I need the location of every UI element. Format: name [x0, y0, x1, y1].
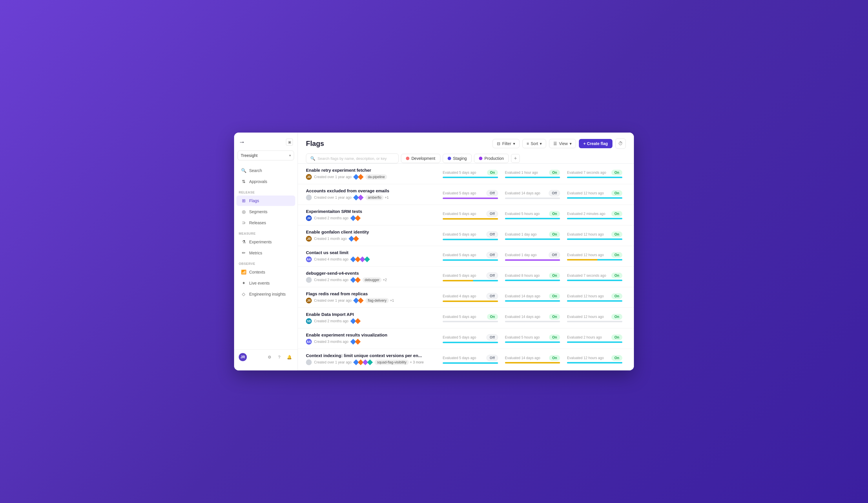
flag-created: Created over 1 year ago — [314, 299, 351, 303]
flag-tag: debugger — [362, 277, 382, 283]
flag-row[interactable]: debugger-send-v4-events Created 2 months… — [298, 266, 634, 287]
env-column: Evaluated 12 hours ago On — [564, 252, 626, 261]
status-badge: On — [487, 170, 498, 175]
flag-row[interactable]: Flags redis read from replicas JR Create… — [298, 287, 634, 308]
flag-row[interactable]: Enable experiment results visualization … — [298, 328, 634, 349]
env-column: Evaluated 14 days ago On — [502, 293, 564, 302]
flag-row[interactable]: Context indexing: limit unique context v… — [298, 349, 634, 370]
flag-row[interactable]: Enable retry experiment fetcher JR Creat… — [298, 164, 634, 184]
sort-button[interactable]: ≡ Sort ▾ — [523, 139, 546, 148]
eval-time: Evaluated 12 hours ago — [567, 253, 609, 257]
env-column: Evaluated 1 hour ago On — [502, 170, 564, 178]
collapse-sidebar-button[interactable]: ▣ — [286, 139, 293, 145]
env-bar — [505, 321, 560, 322]
view-button[interactable]: ☰ View ▾ — [549, 139, 576, 148]
eval-time: Evaluated 14 days ago — [505, 315, 547, 319]
environment-tab-production[interactable]: Production — [474, 154, 509, 163]
flag-name: Context indexing: limit unique context v… — [306, 353, 439, 358]
status-badge: On — [549, 314, 560, 320]
eval-time: Evaluated 1 day ago — [505, 253, 546, 257]
experiments-icon: ⚗ — [241, 239, 246, 244]
env-bar — [567, 300, 622, 302]
sidebar-item-flags[interactable]: ⊞ Flags — [236, 195, 295, 206]
flag-row[interactable]: Experimentaiton SRM tests JR Created 2 m… — [298, 205, 634, 225]
search-input[interactable]: 🔍 Search flags by name, description, or … — [306, 153, 399, 163]
engineering-insights-icon: ◇ — [241, 292, 246, 297]
status-badge: On — [611, 190, 622, 196]
sidebar-item-label: Contexts — [249, 270, 265, 274]
create-flag-button[interactable]: + Create flag — [579, 139, 612, 148]
view-chevron-icon: ▾ — [570, 141, 572, 146]
search-icon: 🔍 — [241, 168, 246, 173]
environment-tab-staging[interactable]: Staging — [443, 154, 472, 163]
flag-avatar: JR — [306, 174, 312, 180]
env-column: Evaluated 12 hours ago On — [564, 231, 626, 240]
sidebar-item-metrics[interactable]: ✏ Metrics — [236, 248, 295, 258]
filter-icon: ⊟ — [497, 141, 500, 146]
env-bar — [505, 341, 560, 343]
flag-row[interactable]: Enable Data Import API SB Created 2 mont… — [298, 308, 634, 328]
env-bar — [443, 177, 498, 178]
flag-meta: Created over 1 year ago squad-flag-visib… — [306, 360, 439, 365]
help-icon[interactable]: ? — [276, 353, 283, 361]
metrics-icon: ✏ — [241, 250, 246, 255]
sidebar-item-experiments[interactable]: ⚗ Experiments — [236, 237, 295, 247]
env-column: Evaluated 5 hours ago On — [502, 211, 564, 219]
notification-icon[interactable]: 🔔 — [286, 353, 293, 361]
sidebar-item-live-events[interactable]: ✦ Live events — [236, 278, 295, 288]
eval-time: Evaluated 5 days ago — [443, 171, 485, 175]
sidebar-item-label: Segments — [249, 209, 267, 214]
sidebar-item-releases[interactable]: ⊃ Releases — [236, 218, 295, 228]
observe-section-label: Observe — [234, 259, 298, 266]
flag-row[interactable]: Enable gonfalon client identity JR Creat… — [298, 225, 634, 246]
flag-created: Created over 1 year ago — [314, 360, 351, 364]
env-column: Evaluated 2 hours ago On — [564, 334, 626, 343]
status-badge: On — [611, 170, 622, 175]
filter-button[interactable]: ⊟ Filter ▾ — [493, 139, 519, 148]
sidebar-item-segments[interactable]: ◎ Segments — [236, 207, 295, 217]
sidebar: → ▣ Treesight ▾ 🔍 Search ⇅ Approvals Rel… — [234, 133, 298, 370]
env-tab-label: Development — [411, 156, 435, 161]
flag-info: Enable gonfalon client identity JR Creat… — [306, 230, 439, 242]
env-bar — [567, 218, 622, 219]
sidebar-item-search[interactable]: 🔍 Search — [236, 165, 295, 176]
eval-time: Evaluated 5 hours ago — [505, 212, 547, 216]
env-columns: Evaluated 5 days ago Off Evaluated 14 da… — [439, 190, 626, 199]
tag-count: + 3 more — [410, 360, 424, 364]
sidebar-item-engineering-insights[interactable]: ◇ Engineering insights — [236, 289, 295, 299]
env-column: Evaluated 5 days ago On — [439, 314, 502, 322]
env-bar — [443, 362, 498, 364]
flag-row[interactable]: Contact us seat limit AA Created 4 month… — [298, 246, 634, 266]
flag-info: Accounts excluded from overage emails Cr… — [306, 188, 439, 200]
eval-time: Evaluated 7 seconds ago — [567, 273, 609, 278]
header-top: Flags ⊟ Filter ▾ ≡ Sort ▾ ☰ View — [306, 138, 626, 149]
workspace-selector[interactable]: Treesight ▾ — [238, 151, 294, 160]
status-badge: On — [549, 170, 560, 175]
flags-icon: ⊞ — [241, 198, 246, 203]
sidebar-item-contexts[interactable]: 📶 Contexts — [236, 267, 295, 277]
environment-tab-development[interactable]: Development — [401, 154, 441, 163]
sidebar-item-approvals[interactable]: ⇅ Approvals — [236, 177, 295, 187]
eval-time: Evaluated 5 days ago — [443, 191, 484, 195]
eval-time: Evaluated 1 hour ago — [505, 171, 547, 175]
flag-meta: JR Created over 1 year ago flag-delivery… — [306, 298, 439, 303]
env-column: Evaluated 14 days ago On — [502, 314, 564, 322]
flag-info: Enable retry experiment fetcher JR Creat… — [306, 168, 439, 180]
sidebar-item-label: Releases — [249, 220, 266, 225]
status-badge: On — [487, 314, 498, 320]
sort-icon: ≡ — [527, 141, 529, 146]
sidebar-item-label: Experiments — [249, 240, 272, 244]
add-environment-button[interactable]: + — [511, 154, 520, 163]
avatar[interactable]: JR — [239, 353, 247, 361]
env-bar — [443, 218, 498, 220]
flag-tags: flag-delivery+1 — [365, 298, 394, 303]
history-button[interactable]: ⏱ — [616, 138, 626, 149]
flag-meta: JR Created over 1 year ago da-pipeline — [306, 174, 439, 180]
flag-row[interactable]: Accounts excluded from overage emails Cr… — [298, 184, 634, 205]
settings-icon[interactable]: ⚙ — [266, 353, 273, 361]
status-badge: Off — [486, 272, 498, 279]
status-badge: Off — [486, 231, 498, 238]
flag-tags: amberflo+1 — [365, 195, 389, 200]
flag-name: Enable retry experiment fetcher — [306, 168, 439, 173]
flag-meta: AA Created 3 months ago — [306, 339, 439, 345]
